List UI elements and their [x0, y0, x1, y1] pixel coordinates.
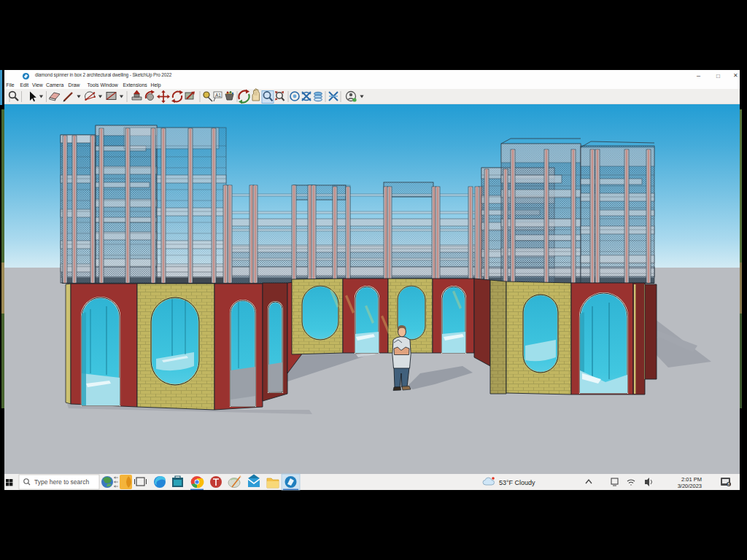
svg-text:3/20/2023: 3/20/2023	[678, 483, 702, 489]
svg-text:8: 8	[727, 482, 729, 486]
svg-text:2:01 PM: 2:01 PM	[681, 476, 702, 483]
svg-text:53°F Cloudy: 53°F Cloudy	[499, 479, 535, 486]
svg-text:Type here to search: Type here to search	[34, 478, 89, 486]
